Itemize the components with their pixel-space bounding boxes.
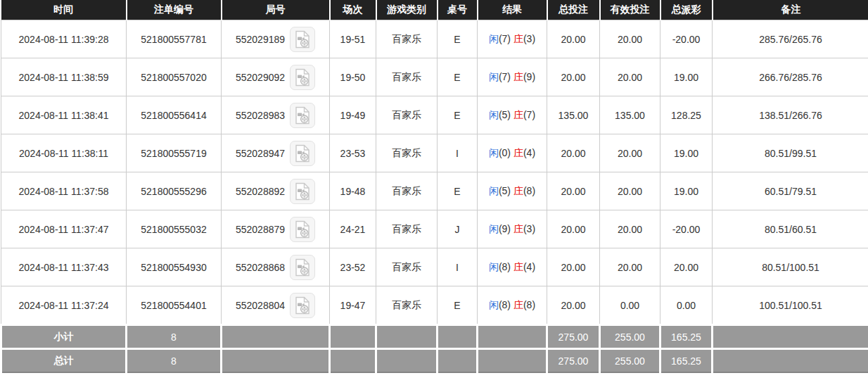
col-header-valid-bet: 有效投注 [600, 0, 660, 20]
cell-session: 23-53 [330, 134, 376, 172]
cell-remark: 266.76/285.76 [713, 58, 868, 96]
banker-result-score: (4) [523, 261, 535, 272]
player-result-label: 闲 [489, 109, 499, 120]
banker-result-label: 庄 [513, 223, 523, 234]
subtotal-empty-game-type [376, 325, 438, 349]
cell-round-id: 552028868 [222, 248, 330, 286]
cell-round-id: 552028879 [222, 210, 330, 248]
player-result-label: 闲 [489, 185, 499, 196]
cell-remark: 80.51/60.51 [713, 210, 868, 248]
col-header-total-payout: 总派彩 [660, 0, 713, 20]
cell-total-payout: 19.00 [660, 58, 713, 96]
player-result-score: (7) [499, 33, 511, 44]
cell-session: 19-51 [330, 20, 376, 58]
total-empty-table-no [438, 349, 478, 373]
cell-valid-bet: 20.00 [600, 20, 660, 58]
video-file-icon [295, 30, 310, 49]
bet-records-table: 时间 注单编号 局号 场次 游戏类别 桌号 结果 总投注 有效投注 总派彩 备注… [0, 0, 868, 373]
table-header: 时间 注单编号 局号 场次 游戏类别 桌号 结果 总投注 有效投注 总派彩 备注 [1, 0, 868, 20]
total-valid-bet: 255.00 [600, 349, 660, 373]
banker-result-score: (8) [523, 185, 535, 196]
cell-total-payout: -20.00 [660, 210, 713, 248]
video-file-icon [295, 296, 310, 315]
cell-valid-bet: 20.00 [600, 58, 660, 96]
total-label: 总计 [1, 349, 127, 373]
video-replay-button[interactable] [290, 217, 315, 242]
total-total-bet: 275.00 [547, 349, 600, 373]
video-file-icon [295, 220, 310, 239]
total-total-payout: 165.25 [660, 349, 713, 373]
cell-valid-bet: 20.00 [600, 172, 660, 210]
col-header-remark: 备注 [713, 0, 868, 20]
cell-total-bet: 20.00 [547, 20, 600, 58]
cell-remark: 138.51/266.76 [713, 96, 868, 134]
subtotal-label: 小计 [1, 325, 127, 349]
cell-total-payout: -20.00 [660, 20, 713, 58]
cell-bet-id: 521800556414 [127, 96, 222, 134]
round-number: 552029189 [236, 34, 285, 45]
player-result-label: 闲 [489, 299, 499, 310]
subtotal-empty-session [330, 325, 376, 349]
cell-time: 2024-08-11 11:37:43 [1, 248, 127, 286]
subtotal-empty-remark [713, 325, 868, 349]
col-header-result: 结果 [478, 0, 547, 20]
round-number: 552028947 [236, 148, 285, 159]
banker-result-score: (4) [523, 147, 535, 158]
cell-table-no: E [438, 286, 478, 325]
cell-session: 19-48 [330, 172, 376, 210]
cell-session: 19-50 [330, 58, 376, 96]
video-replay-button[interactable] [290, 255, 315, 280]
cell-total-payout: 20.00 [660, 248, 713, 286]
cell-result: 闲(5) 庄(8) [478, 172, 547, 210]
video-replay-button[interactable] [290, 293, 315, 318]
video-file-icon [295, 106, 310, 125]
cell-round-id: 552028983 [222, 96, 330, 134]
col-header-time: 时间 [1, 0, 127, 20]
cell-game-type: 百家乐 [376, 20, 438, 58]
total-empty-result [478, 349, 547, 373]
cell-session: 19-49 [330, 96, 376, 134]
cell-bet-id: 521800557020 [127, 58, 222, 96]
col-header-round-id: 局号 [222, 0, 330, 20]
cell-time: 2024-08-11 11:39:28 [1, 20, 127, 58]
table-row: 2024-08-11 11:37:43 521800554930 5520288… [1, 248, 868, 286]
subtotal-total-payout: 165.25 [660, 325, 713, 349]
cell-total-payout: 0.00 [660, 286, 713, 325]
cell-time: 2024-08-11 11:38:59 [1, 58, 127, 96]
cell-result: 闲(8) 庄(8) [478, 286, 547, 325]
total-empty-session [330, 349, 376, 373]
cell-result: 闲(0) 庄(4) [478, 134, 547, 172]
col-header-session: 场次 [330, 0, 376, 20]
round-number: 552028879 [236, 224, 285, 235]
cell-total-payout: 19.00 [660, 172, 713, 210]
cell-bet-id: 521800554401 [127, 286, 222, 325]
cell-valid-bet: 135.00 [600, 96, 660, 134]
video-replay-button[interactable] [290, 179, 315, 204]
cell-session: 24-21 [330, 210, 376, 248]
total-count: 8 [127, 349, 222, 373]
video-replay-button[interactable] [290, 103, 315, 128]
round-number: 552029092 [236, 72, 285, 83]
video-replay-button[interactable] [290, 65, 315, 90]
player-result-label: 闲 [489, 147, 499, 158]
cell-table-no: J [438, 210, 478, 248]
banker-result-score: (8) [523, 299, 535, 310]
table-row: 2024-08-11 11:39:28 521800557781 5520291… [1, 20, 868, 58]
video-replay-button[interactable] [290, 27, 315, 52]
banker-result-label: 庄 [513, 147, 523, 158]
player-result-label: 闲 [489, 33, 499, 44]
video-file-icon [295, 258, 310, 277]
header-row: 时间 注单编号 局号 场次 游戏类别 桌号 结果 总投注 有效投注 总派彩 备注 [1, 0, 868, 20]
cell-game-type: 百家乐 [376, 58, 438, 96]
cell-time: 2024-08-11 11:37:24 [1, 286, 127, 325]
cell-total-payout: 19.00 [660, 134, 713, 172]
cell-result: 闲(9) 庄(3) [478, 210, 547, 248]
cell-valid-bet: 20.00 [600, 248, 660, 286]
cell-remark: 100.51/100.51 [713, 286, 868, 325]
cell-game-type: 百家乐 [376, 210, 438, 248]
video-replay-button[interactable] [290, 141, 315, 166]
cell-valid-bet: 0.00 [600, 286, 660, 325]
cell-total-bet: 20.00 [547, 210, 600, 248]
cell-game-type: 百家乐 [376, 172, 438, 210]
cell-result: 闲(8) 庄(4) [478, 248, 547, 286]
